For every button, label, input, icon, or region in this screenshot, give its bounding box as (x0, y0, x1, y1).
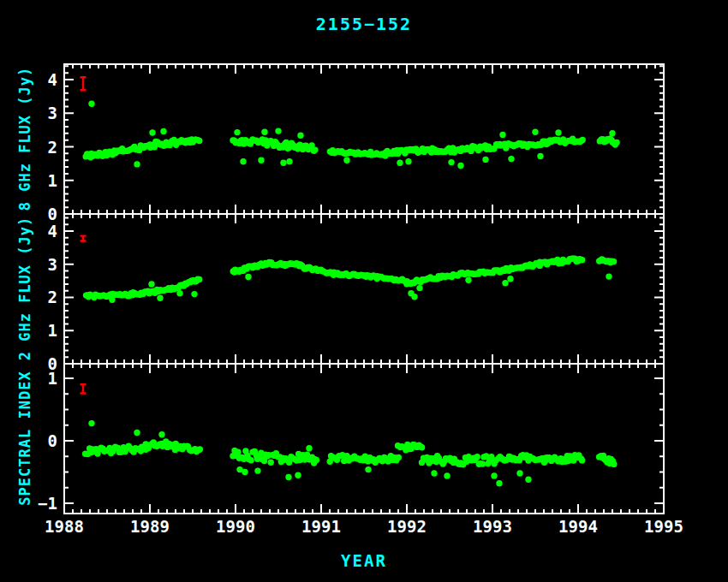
data-point (295, 472, 301, 478)
data-point (196, 138, 202, 144)
scatter-series-flux-2ghz (83, 255, 618, 303)
data-point (240, 158, 246, 164)
data-point (396, 454, 402, 460)
y-tick-label: 0 (28, 431, 57, 450)
data-point (482, 157, 488, 163)
data-point (532, 129, 538, 135)
data-point (516, 470, 522, 476)
y-tick-label: 3 (28, 104, 57, 122)
data-point (286, 158, 292, 164)
data-point (248, 457, 254, 463)
data-point (343, 157, 349, 163)
data-point (502, 280, 508, 286)
error-bar-flux-8ghz (81, 77, 87, 90)
data-point (491, 472, 497, 478)
x-axis-label: YEAR (64, 551, 664, 570)
error-bar-flux-2ghz (81, 236, 87, 241)
data-point (609, 130, 615, 136)
plot-window: 2155−152 8 GHz FLUX (Jy) 2 GHz FLUX (Jy)… (0, 0, 728, 582)
data-point (254, 467, 260, 473)
data-point (579, 257, 585, 263)
data-point (555, 129, 561, 135)
plot-canvas (0, 0, 728, 582)
data-point (134, 161, 140, 167)
data-point (613, 140, 619, 146)
data-point (268, 460, 274, 466)
y-tick-label: 1 (28, 369, 57, 388)
data-point (285, 474, 291, 480)
data-point (235, 449, 241, 455)
scatter-series-spectral-index (82, 420, 618, 487)
data-point (611, 258, 617, 264)
y-tick-label: 3 (28, 255, 57, 274)
data-point (312, 146, 318, 152)
data-point (109, 297, 115, 303)
y-tick-label: 1 (28, 321, 57, 340)
data-point (419, 444, 425, 450)
y-tick-label: −1 (28, 494, 57, 513)
x-tick-label: 1992 (376, 517, 438, 536)
data-point (134, 430, 140, 436)
data-point (297, 133, 303, 139)
y-tick-label: 2 (28, 138, 57, 157)
y-tick-label: 4 (28, 70, 57, 89)
x-tick-label: 1994 (547, 517, 609, 536)
data-point (499, 132, 505, 138)
x-tick-label: 1993 (462, 517, 523, 536)
data-point (234, 129, 240, 135)
x-tick-label: 1989 (119, 517, 181, 536)
y-tick-label: 1 (28, 171, 57, 190)
data-point (448, 159, 454, 165)
data-point (306, 445, 312, 451)
data-point (579, 457, 585, 463)
data-point (191, 291, 197, 297)
data-point (537, 153, 543, 159)
data-point (580, 137, 586, 143)
y-tick-label: 0 (28, 205, 57, 223)
error-bar-spectral-index (81, 384, 87, 393)
data-point (261, 129, 267, 135)
data-point (457, 163, 463, 169)
data-point (157, 295, 163, 301)
data-point (405, 158, 411, 164)
data-point (365, 466, 371, 472)
data-point (149, 129, 155, 135)
data-point (196, 276, 202, 282)
data-point (275, 128, 281, 134)
data-point (431, 470, 437, 476)
data-point (160, 128, 166, 134)
y-tick-label: 4 (28, 222, 57, 241)
data-point (525, 477, 531, 483)
data-point (148, 281, 154, 287)
data-point (465, 277, 471, 283)
data-point (606, 273, 612, 279)
data-point (416, 285, 422, 291)
x-tick-label: 1991 (290, 517, 352, 536)
data-point (88, 420, 94, 426)
data-point (176, 290, 182, 296)
x-tick-label: 1995 (633, 517, 695, 536)
data-point (313, 457, 319, 463)
data-point (158, 431, 164, 437)
data-point (611, 461, 617, 467)
data-point (88, 101, 94, 107)
data-point (258, 157, 264, 163)
data-point (280, 160, 286, 166)
data-point (397, 160, 403, 166)
data-point (242, 469, 248, 475)
data-point (474, 454, 480, 460)
scatter-series-flux-8ghz (83, 101, 620, 169)
data-point (507, 276, 513, 282)
x-tick-label: 1990 (205, 517, 266, 536)
data-point (245, 274, 251, 280)
data-point (411, 294, 417, 300)
data-point (444, 472, 450, 478)
data-point (496, 480, 502, 486)
data-point (197, 446, 203, 452)
x-tick-label: 1988 (33, 517, 95, 536)
y-tick-label: 2 (28, 288, 57, 306)
data-point (508, 156, 514, 162)
